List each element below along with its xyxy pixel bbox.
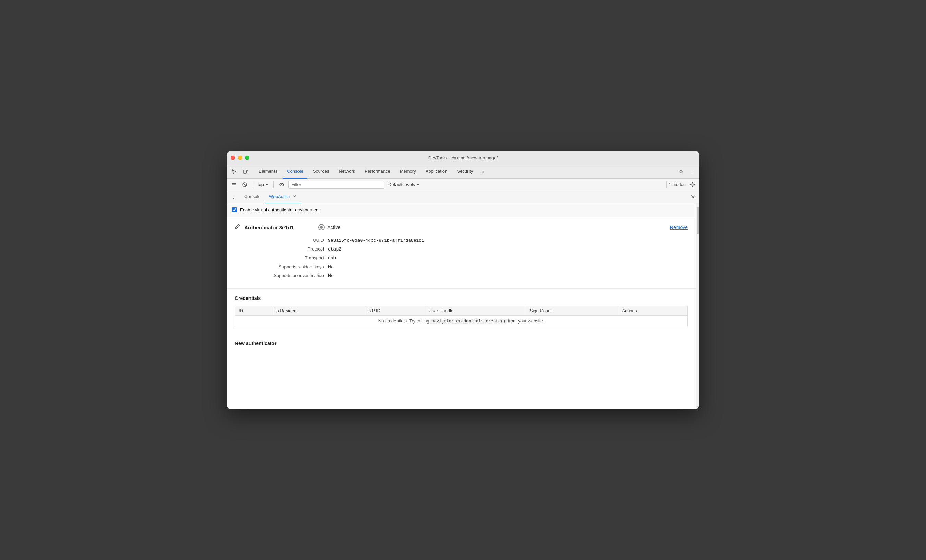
- scrollbar[interactable]: [696, 203, 699, 409]
- resident-keys-row: Supports resident keys No: [248, 264, 688, 269]
- svg-rect-2: [232, 183, 236, 184]
- console-settings-button[interactable]: [688, 180, 697, 189]
- tab-network[interactable]: Network: [335, 165, 360, 179]
- active-label: Active: [327, 224, 340, 230]
- subtabbar-right: ✕: [688, 193, 697, 201]
- close-panel-button[interactable]: ✕: [688, 193, 697, 201]
- transport-row: Transport usb: [248, 255, 688, 261]
- scrollbar-thumb[interactable]: [697, 207, 699, 234]
- svg-point-9: [691, 184, 693, 185]
- main-tabbar: Elements Console Sources Network Perform…: [227, 165, 699, 179]
- transport-label: Transport: [248, 255, 324, 260]
- credentials-header-row: ID Is Resident RP ID User Handle Sign Co…: [235, 306, 688, 316]
- tab-memory[interactable]: Memory: [396, 165, 420, 179]
- tab-sources[interactable]: Sources: [309, 165, 333, 179]
- traffic-lights: [231, 156, 250, 160]
- svg-rect-3: [232, 185, 236, 185]
- tab-application[interactable]: Application: [422, 165, 452, 179]
- subtab-webauthn-close[interactable]: ✕: [292, 194, 297, 200]
- hidden-count-area: 1 hidden: [666, 180, 697, 189]
- svg-rect-4: [232, 186, 235, 186]
- active-radio[interactable]: [318, 224, 325, 230]
- window-title: DevTools - chrome://new-tab-page/: [428, 155, 498, 160]
- credentials-table-header: ID Is Resident RP ID User Handle Sign Co…: [235, 306, 688, 316]
- no-creds-text-before: No credentials. Try calling: [378, 318, 430, 324]
- cursor-icon-button[interactable]: [229, 167, 239, 177]
- close-button[interactable]: [231, 156, 235, 160]
- device-toolbar-button[interactable]: [241, 167, 251, 177]
- context-selector[interactable]: top ▼: [256, 181, 270, 188]
- no-credentials-cell: No credentials. Try calling navigator.cr…: [235, 316, 688, 327]
- levels-dropdown-arrow: ▼: [416, 183, 420, 186]
- log-levels-button[interactable]: Default levels ▼: [386, 181, 422, 188]
- col-sign-count: Sign Count: [526, 306, 619, 316]
- no-credentials-row: No credentials. Try calling navigator.cr…: [235, 316, 688, 327]
- protocol-value: ctap2: [328, 247, 341, 252]
- no-creds-text-after: from your website.: [507, 318, 544, 324]
- user-verification-label: Supports user verification: [248, 273, 324, 278]
- uuid-value: 9e3a15fc-0da0-44bc-871b-a4f17da8e1d1: [328, 238, 424, 243]
- hidden-divider: [666, 181, 667, 188]
- main-content: Enable virtual authenticator environment…: [227, 203, 699, 409]
- user-verification-value: No: [328, 273, 334, 278]
- eye-icon-button[interactable]: [277, 180, 286, 189]
- auth-header: Authenticator 8e1d1 Active Remove: [235, 224, 688, 231]
- col-is-resident: Is Resident: [272, 306, 365, 316]
- enable-virtual-auth-label: Enable virtual authenticator environment: [240, 207, 320, 212]
- tab-elements[interactable]: Elements: [255, 165, 281, 179]
- tab-console[interactable]: Console: [283, 165, 307, 179]
- clear-console-button[interactable]: [229, 180, 238, 189]
- authenticator-title: Authenticator 8e1d1: [244, 224, 294, 230]
- credentials-table: ID Is Resident RP ID User Handle Sign Co…: [235, 306, 688, 327]
- context-dropdown-arrow: ▼: [265, 183, 269, 186]
- subtabbar: ⋮ Console WebAuthn ✕ ✕: [227, 191, 699, 203]
- protocol-label: Protocol: [248, 247, 324, 251]
- subtab-menu-icon[interactable]: ⋮: [229, 193, 238, 201]
- resident-keys-value: No: [328, 264, 334, 269]
- svg-rect-1: [247, 171, 248, 173]
- authenticator-section: Authenticator 8e1d1 Active Remove UUID 9…: [227, 217, 696, 289]
- enable-virtual-auth-checkbox[interactable]: [232, 207, 237, 212]
- transport-value: usb: [328, 256, 336, 261]
- toolbar-divider-1: [253, 181, 253, 188]
- tab-performance[interactable]: Performance: [360, 165, 394, 179]
- credentials-section: Credentials ID Is Resident RP ID User Ha…: [227, 289, 696, 334]
- subtab-webauthn[interactable]: WebAuthn ✕: [265, 191, 301, 203]
- col-actions: Actions: [619, 306, 687, 316]
- uuid-label: UUID: [248, 238, 324, 243]
- user-verification-row: Supports user verification No: [248, 273, 688, 278]
- new-authenticator-title: New authenticator: [235, 341, 688, 346]
- edit-authenticator-icon[interactable]: [235, 224, 240, 231]
- credentials-title: Credentials: [235, 295, 688, 301]
- enable-virtual-auth-row: Enable virtual authenticator environment: [227, 203, 696, 217]
- col-rp-id: RP ID: [365, 306, 425, 316]
- filter-input[interactable]: [288, 181, 384, 189]
- block-icon-button[interactable]: [240, 180, 249, 189]
- tabbar-right-icons: ⚙ ⋮: [676, 167, 697, 177]
- devtools-window: DevTools - chrome://new-tab-page/ Elemen…: [227, 151, 699, 409]
- subtab-console[interactable]: Console: [240, 191, 265, 203]
- maximize-button[interactable]: [245, 156, 250, 160]
- more-options-button[interactable]: ⋮: [687, 167, 697, 177]
- tab-security[interactable]: Security: [453, 165, 477, 179]
- settings-button[interactable]: ⚙: [676, 167, 686, 177]
- col-user-handle: User Handle: [425, 306, 526, 316]
- col-id: ID: [235, 306, 272, 316]
- tabbar-icons: [229, 167, 251, 177]
- active-radio-inner: [320, 226, 323, 229]
- credentials-table-body: No credentials. Try calling navigator.cr…: [235, 316, 688, 327]
- remove-authenticator-button[interactable]: Remove: [670, 224, 688, 230]
- no-creds-code: navigator.credentials.create(): [430, 319, 507, 324]
- minimize-button[interactable]: [238, 156, 242, 160]
- toolbar-divider-2: [274, 181, 274, 188]
- auth-details: UUID 9e3a15fc-0da0-44bc-871b-a4f17da8e1d…: [235, 238, 688, 278]
- titlebar: DevTools - chrome://new-tab-page/: [227, 151, 699, 165]
- auth-status: Active: [318, 224, 340, 230]
- console-toolbar: top ▼ Default levels ▼ 1 hidden: [227, 179, 699, 191]
- uuid-row: UUID 9e3a15fc-0da0-44bc-871b-a4f17da8e1d…: [248, 238, 688, 243]
- more-tabs-button[interactable]: »: [478, 165, 487, 179]
- new-authenticator-section: New authenticator: [227, 334, 696, 358]
- resident-keys-label: Supports resident keys: [248, 264, 324, 269]
- svg-rect-0: [244, 170, 247, 173]
- content-area: Enable virtual authenticator environment…: [227, 203, 696, 409]
